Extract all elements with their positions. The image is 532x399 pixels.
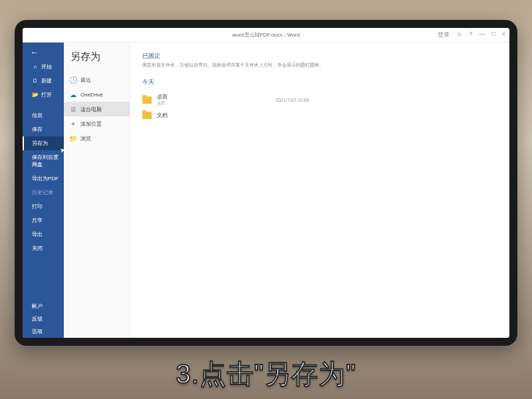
- folder-icon: [142, 96, 152, 104]
- pc-icon: 🖥: [69, 105, 77, 113]
- loc-recent[interactable]: 🕓最近: [64, 72, 130, 87]
- loc-browse[interactable]: 📁浏览: [64, 131, 130, 146]
- nav-export[interactable]: 导出: [23, 227, 64, 241]
- pinned-description: 固定所需文件夹，方便以后查找。鼠标悬停在某个文件夹上方时，单击显示的图钉图标。: [142, 62, 497, 68]
- folder-name: 桌面: [157, 93, 270, 100]
- nav-new[interactable]: 🗋新建: [23, 74, 64, 88]
- nav-export-pdf[interactable]: 导出为PDF: [23, 172, 64, 186]
- nav-save-baidu[interactable]: 保存到百度网盘: [23, 150, 64, 172]
- login-link[interactable]: 登录: [438, 31, 450, 39]
- folder-row[interactable]: 桌面 桌面 2021/7/22 16:08: [142, 90, 497, 109]
- nav-print[interactable]: 打印: [23, 200, 64, 213]
- folder-date: 2021/7/22 16:08: [275, 98, 309, 102]
- folder-icon: [142, 112, 152, 119]
- nav-save[interactable]: 保存: [23, 122, 64, 136]
- cloud-icon: ☁: [69, 90, 77, 98]
- nav-home[interactable]: ⌂开始: [23, 60, 64, 74]
- new-icon: 🗋: [32, 78, 39, 84]
- open-icon: 📂: [32, 92, 39, 98]
- window-titlebar: word怎么转PDF.docx - Word 登录 ☺ ? — □ ×: [23, 28, 509, 43]
- nav-save-as[interactable]: 另存为: [23, 136, 64, 150]
- close-button[interactable]: ×: [502, 31, 505, 39]
- folder-path: 桌面: [157, 100, 270, 106]
- nav-close[interactable]: 关闭: [23, 241, 64, 255]
- nav-history[interactable]: 历史记录: [23, 186, 64, 200]
- maximize-button[interactable]: □: [491, 31, 495, 39]
- folder-row[interactable]: 文档: [142, 109, 497, 122]
- nav-options[interactable]: 选项: [23, 325, 64, 338]
- nav-info[interactable]: 信息: [23, 108, 64, 122]
- back-button[interactable]: ←: [23, 43, 64, 60]
- minimize-button[interactable]: —: [479, 31, 485, 39]
- nav-account[interactable]: 帐户: [23, 300, 64, 313]
- content-pane: 已固定 固定所需文件夹，方便以后查找。鼠标悬停在某个文件夹上方时，单击显示的图钉…: [130, 43, 509, 338]
- home-icon: ⌂: [32, 64, 39, 70]
- tutorial-caption: 3.点击"另存为": [0, 356, 532, 392]
- nav-share[interactable]: 共享: [23, 213, 64, 227]
- folder-icon: 📁: [69, 134, 77, 142]
- nav-open[interactable]: 📂打开: [23, 88, 64, 102]
- save-location-panel: 另存为 🕓最近 ☁OneDrive 🖥这台电脑 ＋添加位置 📁浏览: [64, 43, 130, 338]
- nav-feedback[interactable]: 反馈: [23, 313, 64, 325]
- pinned-heading: 已固定: [142, 52, 497, 61]
- loc-onedrive[interactable]: ☁OneDrive: [64, 87, 130, 102]
- plus-icon: ＋: [69, 120, 77, 128]
- folder-name: 文档: [157, 112, 270, 119]
- face-icon[interactable]: ☺: [456, 31, 462, 39]
- window-title: word怎么转PDF.docx - Word: [232, 31, 300, 39]
- loc-this-pc[interactable]: 🖥这台电脑: [64, 102, 130, 116]
- today-heading: 今天: [142, 78, 497, 86]
- clock-icon: 🕓: [69, 76, 77, 84]
- page-title: 另存为: [64, 51, 130, 72]
- loc-add-place[interactable]: ＋添加位置: [64, 116, 130, 131]
- help-icon[interactable]: ?: [469, 31, 472, 39]
- backstage-sidebar: ← ⌂开始 🗋新建 📂打开 信息 保存 另存为 保存到百度网盘 导出为PDF 历…: [23, 43, 64, 338]
